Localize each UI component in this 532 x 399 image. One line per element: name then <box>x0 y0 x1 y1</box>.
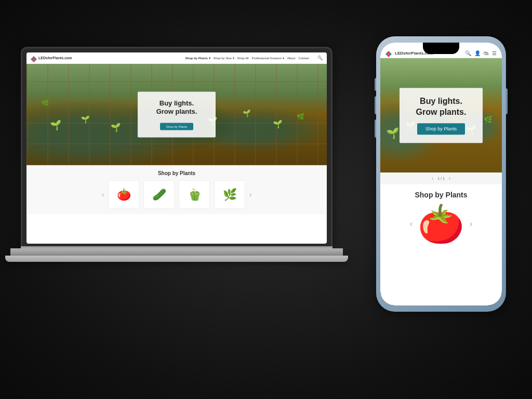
laptop-screen-content: LEDsforPlants.com Shop by Plants ▾ Shop … <box>26 52 327 244</box>
laptop-plant-pepper[interactable]: 🫑 <box>179 180 210 209</box>
laptop-screen-bezel: LEDsforPlants.com Shop by Plants ▾ Shop … <box>26 52 327 244</box>
phone-hero-card: Buy lights.Grow plants. Shop by Plants <box>400 88 483 143</box>
phone-slider-indicator: 1 / 1 <box>437 177 445 180</box>
phone-hero: 🌱 🌱 🌱 🌿 Buy lights.Grow plants. Shop by … <box>380 58 502 172</box>
laptop-logo: LEDsforPlants.com <box>31 55 72 61</box>
laptop-search-icon[interactable]: 🔍 <box>317 56 323 60</box>
laptop-hero-card: Buy lights.Grow plants. Shop by Plants <box>138 91 216 138</box>
laptop-plants-next-arrow[interactable]: › <box>249 191 251 198</box>
phone-device: LEDsforPlants.com 🔍 👤 🛍 ☰ 🌱 🌱 <box>376 36 506 312</box>
phone-menu-icon[interactable]: ☰ <box>492 50 497 56</box>
laptop-hero-title: Buy lights.Grow plants. <box>148 99 205 116</box>
phone-hero-next-arrow[interactable]: › <box>449 176 450 181</box>
laptop-shop-section: Shop by Plants ‹ 🍅 🥒 🫑 🌿 › <box>26 165 327 214</box>
phone-screen-content: LEDsforPlants.com 🔍 👤 🛍 ☰ 🌱 🌱 <box>380 43 502 305</box>
phone-volume-up-button <box>375 96 376 114</box>
phone-silent-button <box>375 78 376 91</box>
laptop-plants-row: ‹ 🍅 🥒 🫑 🌿 › <box>37 180 316 209</box>
laptop-nav-links: Shop by Plants ▾ Shop by Size ▾ Shop All… <box>185 56 309 60</box>
laptop-plant-tomato[interactable]: 🍅 <box>108 180 139 209</box>
laptop-plant-herbs[interactable]: 🌿 <box>214 180 245 209</box>
phone-hero-prev-arrow[interactable]: ‹ <box>432 176 433 181</box>
phone-shop-section: Shop by Plants ‹ 🍅 › <box>380 184 502 249</box>
phone-volume-down-button <box>375 119 376 138</box>
laptop-hero: 🌱 🌱 🌱 🌿 🌱 🌱 🌱 🌿 Buy lights.Grow plants. <box>26 64 327 165</box>
phone-hero-title: Buy lights.Grow plants. <box>412 96 470 118</box>
phone-hero-button[interactable]: Shop by Plants <box>417 123 466 135</box>
phone-logo-icon <box>385 50 393 57</box>
laptop-nav-pro-growers[interactable]: Professional Growers ▾ <box>252 56 284 60</box>
laptop-brand-text: LEDsforPlants.com <box>38 56 72 60</box>
phone-tomato-container: ‹ 🍅 › <box>387 205 496 243</box>
laptop-nav-shop-size[interactable]: Shop by Size ▾ <box>214 56 234 60</box>
laptop-hero-button[interactable]: Shop by Plants <box>160 123 193 130</box>
laptop-nav-shop-plants[interactable]: Shop by Plants ▾ <box>185 56 210 60</box>
logo-icon <box>31 55 37 61</box>
phone-power-button <box>506 88 508 114</box>
laptop-device: LEDsforPlants.com Shop by Plants ▾ Shop … <box>21 47 343 348</box>
phone-shop-title: Shop by Plants <box>387 191 496 199</box>
phone-search-icon[interactable]: 🔍 <box>465 50 471 56</box>
phone-plants-next-arrow[interactable]: › <box>470 219 472 229</box>
phone-cart-icon[interactable]: 🛍 <box>484 50 489 56</box>
phone-user-icon[interactable]: 👤 <box>474 50 481 56</box>
laptop-navbar: LEDsforPlants.com Shop by Plants ▾ Shop … <box>26 52 327 64</box>
laptop-plants-prev-arrow[interactable]: ‹ <box>102 191 104 198</box>
phone-tomato-image[interactable]: 🍅 <box>418 205 464 243</box>
laptop-screen-outer: LEDsforPlants.com Shop by Plants ▾ Shop … <box>21 47 332 249</box>
laptop-nav-contact[interactable]: Contact <box>298 57 309 60</box>
laptop-keyboard-base <box>5 256 348 262</box>
phone-nav-icons: 🔍 👤 🛍 ☰ <box>465 50 497 56</box>
phone-screen-area: LEDsforPlants.com 🔍 👤 🛍 ☰ 🌱 🌱 <box>380 43 502 305</box>
laptop-nav-shop-all[interactable]: Shop All <box>237 57 249 60</box>
phone-plants-prev-arrow[interactable]: ‹ <box>410 219 413 229</box>
laptop-shop-title: Shop by Plants <box>37 170 316 176</box>
scene: LEDsforPlants.com Shop by Plants ▾ Shop … <box>0 0 532 399</box>
laptop-nav-about[interactable]: About <box>287 57 296 60</box>
laptop-plant-cucumber[interactable]: 🥒 <box>143 180 175 209</box>
phone-body: LEDsforPlants.com 🔍 👤 🛍 ☰ 🌱 🌱 <box>376 36 506 312</box>
phone-notch <box>423 43 459 54</box>
phone-slider-controls: ‹ 1 / 1 › <box>380 172 502 184</box>
